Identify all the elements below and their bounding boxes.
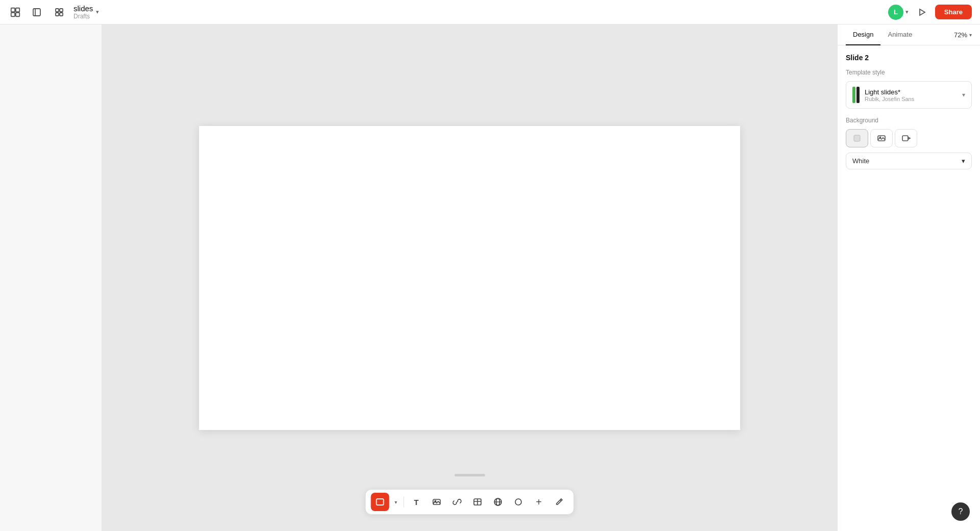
- svg-line-21: [560, 500, 561, 501]
- svg-marker-10: [920, 9, 925, 15]
- swatch-bar-green: [852, 87, 855, 103]
- background-icons-row: [846, 129, 972, 147]
- background-color-arrow: ▾: [962, 157, 965, 165]
- bg-video-button[interactable]: [895, 129, 917, 147]
- template-info: Light slides* Rubik, Josefin Sans: [865, 88, 914, 102]
- doc-title-area[interactable]: slides Drafts ▾: [74, 4, 99, 20]
- svg-marker-26: [908, 137, 910, 139]
- background-color-value: White: [852, 157, 869, 165]
- tab-animate[interactable]: Animate: [880, 24, 919, 45]
- template-style-selector[interactable]: Light slides* Rubik, Josefin Sans ▾: [846, 81, 972, 109]
- template-fonts: Rubik, Josefin Sans: [865, 96, 914, 102]
- svg-rect-4: [33, 9, 40, 16]
- toolbar-slide-dropdown[interactable]: ▾: [391, 493, 401, 511]
- svg-rect-25: [902, 136, 908, 141]
- bg-image-button[interactable]: [870, 129, 893, 147]
- logo-icon[interactable]: [8, 5, 22, 19]
- toolbar-edit-button[interactable]: [550, 493, 569, 511]
- doc-title: slides: [74, 4, 93, 13]
- toolbar-shape-button[interactable]: [509, 493, 528, 511]
- toolbar-text-button[interactable]: T: [407, 493, 426, 511]
- svg-rect-3: [16, 12, 19, 16]
- left-sidebar: [0, 24, 102, 531]
- avatar-dropdown-arrow: ▾: [905, 9, 909, 15]
- toolbar-image-button[interactable]: [428, 493, 446, 511]
- avatar: L: [888, 5, 903, 20]
- right-panel-content: Slide 2 Template style Light slides* Rub…: [838, 45, 980, 531]
- background-color-select[interactable]: White ▾: [846, 153, 972, 169]
- zoom-arrow: ▾: [969, 32, 972, 38]
- bottom-toolbar-wrap: ▾ T: [365, 489, 574, 515]
- doc-dropdown-arrow: ▾: [96, 9, 99, 15]
- svg-rect-11: [377, 499, 384, 505]
- grid-toggle-button[interactable]: [51, 4, 67, 20]
- doc-subtitle: Drafts: [74, 13, 93, 20]
- template-name: Light slides*: [865, 88, 914, 96]
- share-button[interactable]: Share: [935, 5, 972, 19]
- canvas-area: ▾ T: [102, 24, 837, 531]
- toolbar-web-button[interactable]: [489, 493, 507, 511]
- toolbar-add-button[interactable]: +: [530, 493, 548, 511]
- svg-point-20: [516, 499, 522, 505]
- tab-design[interactable]: Design: [846, 24, 880, 45]
- zoom-value: 72%: [954, 31, 967, 39]
- topbar-right: L ▾ Share: [888, 4, 972, 20]
- slide-title: Slide 2: [846, 54, 972, 62]
- svg-rect-0: [11, 8, 15, 11]
- background-label: Background: [846, 117, 972, 124]
- svg-rect-1: [16, 8, 19, 11]
- main-area: ▾ T: [0, 24, 980, 531]
- bg-solid-button[interactable]: [846, 129, 868, 147]
- svg-rect-22: [854, 135, 860, 141]
- template-swatch: [852, 87, 860, 103]
- toolbar-link-button[interactable]: [448, 493, 467, 511]
- help-button[interactable]: ?: [951, 502, 970, 521]
- scrollbar-thumb: [454, 474, 485, 476]
- avatar-dropdown[interactable]: L ▾: [888, 5, 909, 20]
- help-icon: ?: [959, 507, 963, 516]
- svg-rect-8: [56, 13, 59, 16]
- svg-rect-7: [60, 9, 63, 12]
- svg-rect-2: [11, 12, 15, 16]
- slide-canvas[interactable]: [199, 126, 740, 430]
- bottom-toolbar: ▾ T: [365, 489, 574, 515]
- zoom-control[interactable]: 72% ▾: [954, 31, 972, 39]
- tab-group: Design Animate: [846, 24, 919, 45]
- toolbar-divider-1: [404, 496, 404, 508]
- template-style-label: Template style: [846, 69, 972, 76]
- svg-rect-9: [60, 13, 63, 16]
- right-panel-tabs: Design Animate 72% ▾: [838, 24, 980, 45]
- topbar: slides Drafts ▾ L ▾ Share: [0, 0, 980, 24]
- play-button[interactable]: [914, 4, 930, 20]
- toolbar-slide-button[interactable]: [371, 493, 389, 511]
- right-panel: Design Animate 72% ▾ Slide 2 Template st…: [837, 24, 980, 531]
- swatch-bar-dark: [856, 87, 860, 103]
- template-style-inner: Light slides* Rubik, Josefin Sans: [852, 87, 914, 103]
- template-dropdown-arrow: ▾: [962, 91, 965, 98]
- toolbar-table-button[interactable]: [469, 493, 487, 511]
- sidebar-toggle-button[interactable]: [29, 4, 45, 20]
- topbar-left: slides Drafts ▾: [8, 4, 99, 20]
- svg-rect-6: [56, 9, 59, 12]
